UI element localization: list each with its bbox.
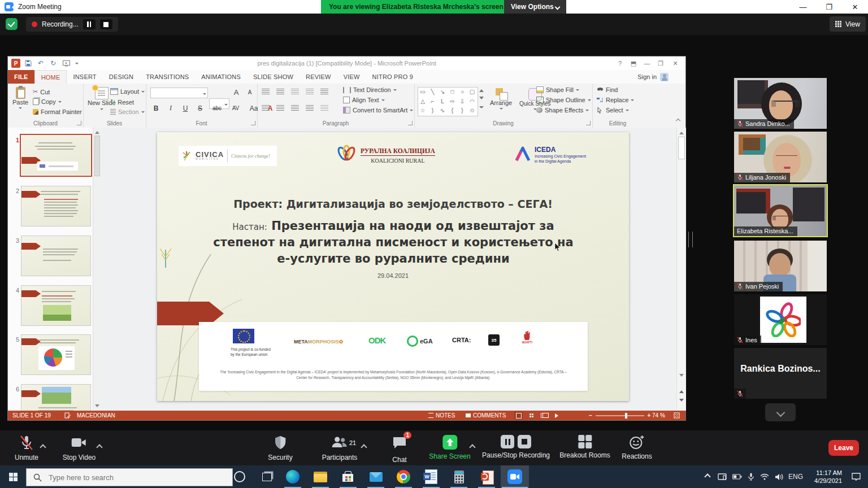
bullets-button[interactable] (262, 89, 270, 94)
meeting-info-shield-icon[interactable] (6, 18, 18, 30)
cut-button[interactable]: ✂ Cut (33, 88, 50, 95)
comments-button[interactable]: COMMENTS (466, 411, 506, 420)
slide-thumbnail-3[interactable] (21, 236, 90, 276)
taskbar-mail-icon[interactable] (362, 465, 389, 488)
slide-sorter-view-button[interactable] (527, 412, 536, 419)
italic-button[interactable]: I (166, 104, 175, 112)
language-indicator[interactable]: MACEDONIAN (77, 411, 115, 420)
tray-volume-icon[interactable] (772, 465, 785, 488)
slide-thumbnail-4[interactable] (21, 286, 90, 325)
taskbar-zoom-icon[interactable] (501, 465, 529, 488)
ppt-help-icon[interactable]: ? (613, 56, 627, 70)
select-button[interactable]: Select (597, 107, 629, 114)
panel-drag-handle[interactable] (688, 232, 693, 247)
slide-thumbnail-2[interactable] (21, 186, 90, 226)
underline-button[interactable]: U (181, 104, 190, 112)
increase-indent-button[interactable] (306, 89, 314, 94)
font-dialog-launcher[interactable] (251, 121, 255, 125)
mic-options-chevron[interactable] (41, 442, 45, 452)
line-spacing-button[interactable] (320, 89, 328, 94)
shape-gallery-scroll[interactable] (478, 87, 485, 111)
video-options-chevron[interactable] (97, 442, 102, 452)
participant-video[interactable]: Liljana Jonoski (734, 132, 827, 182)
taskbar-store-icon[interactable] (335, 465, 362, 488)
taskbar-calculator-icon[interactable] (445, 465, 472, 488)
collapse-ribbon-button[interactable] (674, 116, 683, 125)
copy-button[interactable]: Copy (33, 98, 62, 105)
stop-recording-icon[interactable] (100, 19, 112, 29)
spellcheck-icon[interactable] (64, 411, 71, 420)
participant-video[interactable]: Sandra Dimko... (734, 78, 827, 129)
maximize-button[interactable]: ❐ (816, 0, 842, 14)
ppt-restore-icon[interactable]: ❐ (654, 56, 667, 70)
reactions-button[interactable]: Reactions (622, 435, 652, 460)
columns-button[interactable] (320, 105, 328, 111)
decrease-indent-button[interactable] (291, 89, 299, 94)
slide-thumbnail-5[interactable] (21, 335, 90, 374)
numbering-button[interactable] (276, 89, 284, 94)
ppt-ribbon-options-icon[interactable]: ⬒ (627, 56, 640, 70)
reading-view-button[interactable] (540, 412, 549, 419)
participant-video[interactable]: Ivan Pejoski (734, 241, 827, 291)
search-input[interactable] (47, 473, 208, 482)
tray-language[interactable]: ENG (787, 465, 805, 488)
minimize-button[interactable]: — (790, 0, 816, 14)
tray-battery-icon[interactable] (730, 465, 744, 488)
tab-insert[interactable]: INSERT (67, 70, 102, 84)
taskbar-word-icon[interactable]: W (418, 465, 445, 488)
text-direction-button[interactable]: Text Direction (343, 86, 397, 93)
align-center-button[interactable] (276, 105, 284, 111)
scroll-down-icon[interactable] (677, 374, 686, 379)
tray-chevron-up-icon[interactable] (701, 465, 714, 488)
zoom-percent[interactable]: 74 % (652, 411, 665, 420)
shrink-font-button[interactable]: A (245, 89, 254, 95)
leave-button[interactable]: Leave (828, 440, 859, 456)
taskbar-powerpoint-icon[interactable] (473, 465, 500, 488)
tab-home[interactable]: HOME (34, 70, 67, 84)
unmute-button[interactable]: Unmute (15, 435, 38, 461)
fit-slide-button[interactable] (674, 411, 680, 420)
tab-design[interactable]: DESIGN (103, 70, 140, 84)
start-button[interactable] (0, 465, 26, 488)
paragraph-dialog-launcher[interactable] (408, 121, 413, 125)
gallery-view-button[interactable]: View (830, 16, 866, 32)
convert-smartart-button[interactable]: Convert to SmartArt (343, 107, 413, 114)
security-button[interactable]: Security (268, 435, 292, 461)
editor-scrollbar[interactable] (676, 128, 686, 411)
slide-thumbnail-6[interactable] (21, 385, 90, 411)
breakout-rooms-button[interactable]: Breakout Rooms (559, 435, 610, 459)
shape-effects-button[interactable]: Shape Effects (536, 107, 589, 114)
align-left-button[interactable] (262, 105, 270, 111)
slide-canvas[interactable]: CIVICA MOBILITAS Citizens for change! (157, 132, 629, 401)
zoom-in-button[interactable]: + (648, 412, 651, 419)
shape-fill-button[interactable]: Shape Fill (536, 86, 579, 93)
shape-gallery[interactable]: ▭╲↘□○▢ △⌐L⇨⇩◠ ☆)∿{}✩ (418, 87, 478, 116)
replace-button[interactable]: Replace (597, 97, 634, 103)
zoom-out-button[interactable]: – (589, 412, 592, 419)
taskbar-chrome-icon[interactable] (390, 465, 417, 488)
tray-clock[interactable]: 11:17 AM 4/29/2021 (814, 465, 844, 488)
taskbar-search[interactable] (26, 468, 233, 486)
tray-mic-icon[interactable] (745, 465, 757, 488)
arrange-button[interactable]: Arrange (490, 88, 512, 111)
shadow-button[interactable]: abc (210, 105, 224, 111)
tab-file[interactable]: FILE (8, 70, 34, 84)
tab-transitions[interactable]: TRANSITIONS (140, 70, 195, 84)
participant-video[interactable]: Rankica Bozinos... (734, 348, 827, 399)
pause-stop-recording-button[interactable]: Pause/Stop Recording (482, 435, 550, 459)
view-options-button[interactable]: View Options (504, 0, 566, 14)
thumbnail-scrollbar[interactable] (93, 128, 101, 411)
notes-button[interactable]: NOTES (428, 411, 455, 420)
tray-cast-icon[interactable] (715, 465, 729, 488)
strikethrough-button[interactable]: S (196, 104, 205, 112)
tray-wifi-icon[interactable] (758, 465, 771, 488)
align-right-button[interactable] (291, 105, 299, 111)
zoom-slider[interactable] (596, 415, 644, 416)
ppt-close-icon[interactable]: ✕ (669, 56, 682, 70)
shape-outline-button[interactable]: Shape Outline (536, 97, 591, 103)
chat-button[interactable]: 1 Chat (392, 435, 407, 464)
close-button[interactable]: ✕ (842, 0, 868, 14)
cortana-icon[interactable] (226, 465, 253, 488)
share-screen-button[interactable]: Share Screen (429, 435, 470, 460)
taskbar-file-explorer-icon[interactable] (307, 465, 334, 488)
